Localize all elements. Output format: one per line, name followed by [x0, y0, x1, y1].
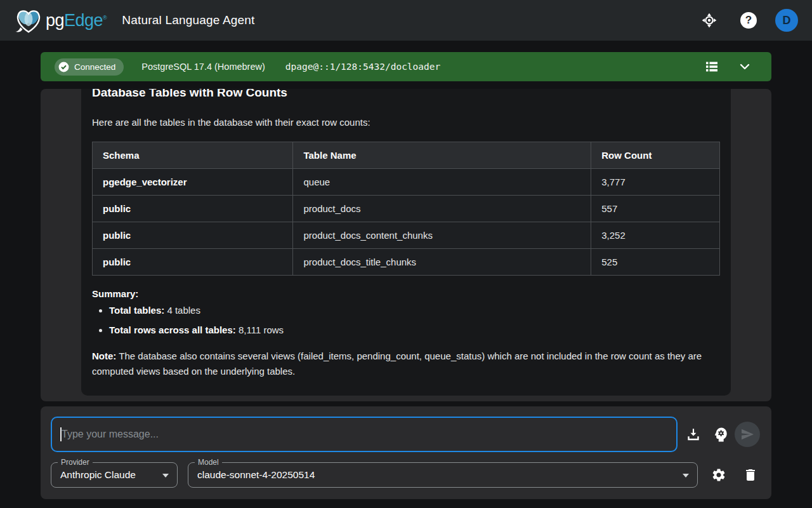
trash-icon: [743, 467, 758, 483]
download-button[interactable]: [681, 422, 706, 447]
provider-label: Provider: [58, 458, 93, 467]
connection-details-button[interactable]: [699, 54, 724, 79]
provider-select[interactable]: Provider Anthropic Claude: [51, 462, 178, 488]
assistant-message: Database Tables with Row Counts Here are…: [81, 89, 731, 396]
table-row: public product_docs_title_chunks 525: [93, 249, 720, 276]
provider-value: Anthropic Claude: [51, 469, 136, 481]
clear-chat-button[interactable]: [738, 462, 763, 488]
model-select[interactable]: Model claude-sonnet-4-20250514: [188, 462, 698, 488]
dropdown-arrow-icon: [683, 474, 689, 478]
summary-list: Total tables: 4 tables Total rows across…: [92, 304, 720, 336]
table-row: pgedge_vectorizer queue 3,777: [93, 169, 720, 196]
schema-cell: public: [93, 249, 293, 276]
message-heading: Database Tables with Row Counts: [92, 89, 720, 100]
chat-scroll-area[interactable]: Database Tables with Row Counts Here are…: [41, 89, 771, 401]
row-count-cell: 525: [591, 249, 720, 276]
theme-toggle-button[interactable]: [697, 8, 722, 33]
download-icon: [685, 426, 702, 443]
connection-bar: Connected PostgreSQL 17.4 (Homebrew) dpa…: [41, 52, 771, 81]
model-label: Model: [195, 458, 222, 467]
row-count-cell: 557: [591, 196, 720, 222]
list-item: Total tables: 4 tables: [109, 304, 720, 316]
text-caret: [60, 427, 62, 441]
db-tables-table: Schema Table Name Row Count pgedge_vecto…: [92, 142, 720, 276]
connection-string: dpage@::1/128:5432/docloader: [285, 62, 440, 72]
list-icon: [704, 59, 719, 74]
composer-panel: Provider Anthropic Claude Model claude-s…: [41, 406, 771, 499]
model-settings-button[interactable]: [706, 462, 731, 488]
model-value: claude-sonnet-4-20250514: [188, 469, 315, 481]
message-input[interactable]: [51, 417, 678, 452]
gear-icon: [711, 467, 726, 483]
connection-status-badge: Connected: [55, 58, 124, 76]
brand-wordmark: pgEdge®: [46, 11, 107, 30]
row-count-cell: 3,252: [591, 222, 720, 249]
send-icon: [740, 427, 754, 441]
send-button[interactable]: [735, 422, 760, 447]
column-header: Table Name: [293, 142, 591, 169]
column-header: Schema: [93, 142, 293, 169]
table-row: public product_docs 557: [93, 196, 720, 222]
page-title: Natural Language Agent: [122, 13, 254, 27]
table-name-cell: product_docs_content_chunks: [293, 222, 591, 249]
table-name-cell: product_docs_title_chunks: [293, 249, 591, 276]
psychology-icon: [712, 426, 730, 443]
check-circle-icon: [58, 61, 70, 73]
schema-cell: pgedge_vectorizer: [93, 169, 293, 196]
help-icon: ?: [740, 12, 757, 29]
list-item: Total rows across all tables: 8,111 rows: [109, 324, 720, 336]
table-row: public product_docs_content_chunks 3,252: [93, 222, 720, 249]
ai-insights-button[interactable]: [708, 422, 733, 447]
chevron-down-icon: [737, 59, 752, 74]
connection-expand-button[interactable]: [732, 54, 757, 79]
pgedge-heart-icon: [14, 7, 43, 34]
help-button[interactable]: ?: [736, 8, 761, 33]
connection-status-label: Connected: [74, 62, 115, 72]
server-version-label: PostgreSQL 17.4 (Homebrew): [141, 62, 265, 72]
column-header: Row Count: [591, 142, 720, 169]
brightness-icon: [701, 12, 717, 29]
dropdown-arrow-icon: [162, 474, 169, 478]
app-header: pgEdge® Natural Language Agent ? D: [0, 0, 812, 41]
summary-label: Summary:: [92, 288, 720, 299]
pgedge-logo: pgEdge®: [14, 7, 107, 34]
message-note: Note: The database also contains several…: [92, 349, 720, 379]
table-header-row: Schema Table Name Row Count: [93, 142, 720, 169]
row-count-cell: 3,777: [591, 169, 720, 196]
user-avatar[interactable]: D: [775, 9, 798, 32]
schema-cell: public: [93, 222, 293, 249]
schema-cell: public: [93, 196, 293, 222]
table-name-cell: product_docs: [293, 196, 591, 222]
message-intro: Here are all the tables in the database …: [92, 116, 720, 128]
table-name-cell: queue: [293, 169, 591, 196]
